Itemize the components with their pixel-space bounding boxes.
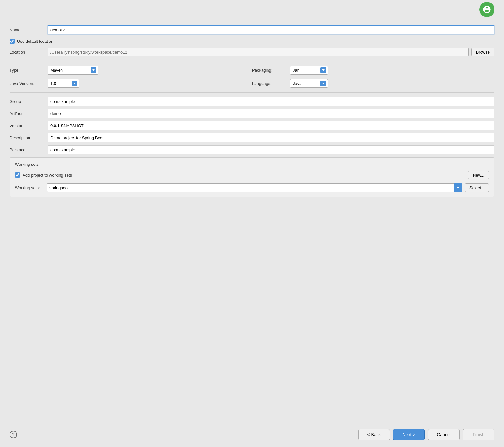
packaging-select[interactable]: Jar War [290,66,328,74]
java-version-section: Java Version: 1.8 11 17 [10,79,252,88]
name-input[interactable] [48,25,494,34]
working-sets-title: Working sets [15,162,489,167]
separator-1 [10,61,494,61]
location-label: Location [10,50,48,55]
name-row: Name [10,25,494,34]
package-label: Package [10,147,48,152]
finish-button[interactable]: Finish [463,429,494,440]
language-label: Language: [252,81,290,86]
bottom-right: < Back Next > Cancel Finish [358,429,494,440]
browse-button[interactable]: Browse [471,48,494,56]
group-row: Group [10,97,494,106]
artifact-input[interactable] [48,109,494,118]
add-working-sets-row: Add project to working sets New... [15,171,489,179]
language-select-wrapper: Java Kotlin Groovy [290,79,328,88]
help-icon[interactable]: ? [10,431,17,438]
bottom-left: ? [10,431,17,438]
location-input[interactable] [48,48,469,56]
next-button[interactable]: Next > [393,429,425,440]
artifact-label: Artifact [10,111,48,116]
type-select-wrapper: Maven Gradle [48,66,98,74]
version-label: Version [10,123,48,128]
main-container: Name Use default location Location Brows… [0,19,504,447]
add-working-sets-label[interactable]: Add project to working sets [23,173,72,178]
version-row: Version [10,121,494,130]
java-version-select[interactable]: 1.8 11 17 [48,79,79,88]
new-button[interactable]: New... [468,171,489,179]
cancel-button[interactable]: Cancel [428,429,460,440]
java-version-select-wrapper: 1.8 11 17 [48,79,79,88]
type-select[interactable]: Maven Gradle [48,66,98,74]
description-label: Description [10,135,48,140]
use-default-location-checkbox[interactable] [10,39,15,44]
packaging-label: Packaging: [252,68,290,73]
select-button[interactable]: Select... [465,183,489,192]
separator-2 [10,92,494,93]
app-logo [479,2,494,17]
type-label: Type: [10,68,48,73]
working-sets-input-row: Working sets: springboot Select... [15,183,489,192]
top-bar [0,0,504,19]
packaging-select-wrapper: Jar War [290,66,328,74]
use-default-location-label[interactable]: Use default location [17,39,53,44]
java-language-row: Java Version: 1.8 11 17 Language: Java K… [10,79,494,88]
location-row: Location Browse [10,48,494,56]
java-version-label: Java Version: [10,81,48,86]
description-input[interactable] [48,133,494,142]
add-working-sets-left: Add project to working sets [15,172,72,178]
group-input[interactable] [48,97,494,106]
version-input[interactable] [48,121,494,130]
working-sets-select[interactable]: springboot [47,183,462,192]
language-section: Language: Java Kotlin Groovy [252,79,494,88]
type-packaging-row: Type: Maven Gradle Packaging: Jar War [10,66,494,74]
dialog-content: Name Use default location Location Brows… [0,19,504,203]
bottom-bar: ? < Back Next > Cancel Finish [0,422,504,447]
add-working-sets-checkbox[interactable] [15,172,20,178]
packaging-section: Packaging: Jar War [252,66,494,74]
group-label: Group [10,99,48,104]
artifact-row: Artifact [10,109,494,118]
working-sets-section: Working sets Add project to working sets… [10,157,494,197]
working-sets-label: Working sets: [15,185,47,190]
language-select[interactable]: Java Kotlin Groovy [290,79,328,88]
package-row: Package [10,145,494,154]
package-input[interactable] [48,145,494,154]
back-button[interactable]: < Back [358,429,390,440]
description-row: Description [10,133,494,142]
use-default-location-row: Use default location [10,39,494,44]
name-label: Name [10,28,48,32]
working-sets-select-wrapper: springboot [47,183,462,192]
type-section: Type: Maven Gradle [10,66,252,74]
logo-svg [482,5,491,14]
